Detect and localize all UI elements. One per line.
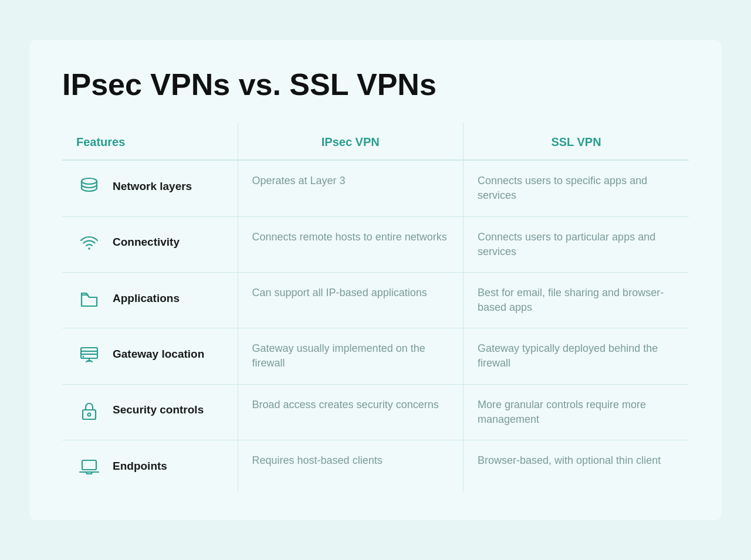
feature-label-network-layers: Network layers (113, 179, 192, 194)
svg-point-5 (83, 356, 84, 358)
feature-label-applications: Applications (113, 291, 180, 306)
wifi-icon (76, 230, 102, 256)
table-row: Gateway location Gateway usually impleme… (62, 328, 689, 384)
feature-label-endpoints: Endpoints (113, 459, 167, 474)
feature-cell-endpoints: Endpoints (76, 453, 224, 479)
feature-cell-applications: Applications (76, 286, 224, 311)
table-row: Network layers Operates at Layer 3Connec… (62, 160, 689, 216)
header-ssl: SSL VPN (464, 123, 689, 160)
table-row: Connectivity Connects remote hosts to en… (62, 216, 689, 272)
header-ipsec: IPsec VPN (238, 123, 463, 160)
ssl-text-endpoints: Browser-based, with optional thin client (478, 454, 661, 466)
svg-point-0 (82, 178, 97, 184)
folder-icon (76, 286, 102, 311)
ssl-text-network-layers: Connects users to specific apps and serv… (478, 175, 647, 201)
laptop-icon (76, 453, 102, 479)
feature-label-security-controls: Security controls (113, 403, 204, 418)
ssl-text-gateway-location: Gateway typically deployed behind the fi… (478, 342, 658, 369)
feature-label-connectivity: Connectivity (113, 235, 180, 250)
comparison-table: Features IPsec VPN SSL VPN Network layer… (62, 123, 689, 492)
table-row: Security controls Broad access creates s… (62, 384, 689, 440)
feature-cell-security-controls: Security controls (76, 398, 224, 423)
feature-cell-gateway-location: Gateway location (76, 341, 224, 367)
ipsec-text-applications: Can support all IP-based applications (252, 287, 427, 298)
ipsec-text-endpoints: Requires host-based clients (252, 454, 383, 466)
svg-rect-9 (82, 460, 96, 470)
table-row: Endpoints Requires host-based clientsBro… (62, 440, 689, 493)
feature-cell-network-layers: Network layers (76, 174, 224, 199)
feature-label-gateway-location: Gateway location (113, 347, 204, 362)
svg-point-8 (88, 413, 91, 416)
table-row: Applications Can support all IP-based ap… (62, 272, 689, 328)
svg-point-1 (88, 247, 90, 250)
ssl-text-applications: Best for email, file sharing and browser… (478, 287, 664, 313)
svg-rect-7 (83, 410, 96, 419)
comparison-card: IPsec VPNs vs. SSL VPNs Features IPsec V… (29, 40, 722, 520)
ipsec-text-gateway-location: Gateway usually implemented on the firew… (252, 342, 425, 369)
header-features: Features (62, 123, 238, 160)
ipsec-text-connectivity: Connects remote hosts to entire networks (252, 231, 447, 243)
database-icon (76, 174, 102, 199)
feature-cell-connectivity: Connectivity (76, 230, 224, 256)
ipsec-text-network-layers: Operates at Layer 3 (252, 175, 346, 186)
ssl-text-security-controls: More granular controls require more mana… (478, 399, 646, 425)
ipsec-text-security-controls: Broad access creates security concerns (252, 399, 439, 410)
ssl-text-connectivity: Connects users to particular apps and se… (478, 231, 655, 257)
lock-icon (76, 398, 102, 423)
page-title: IPsec VPNs vs. SSL VPNs (62, 68, 689, 101)
gateway-icon (76, 341, 102, 367)
